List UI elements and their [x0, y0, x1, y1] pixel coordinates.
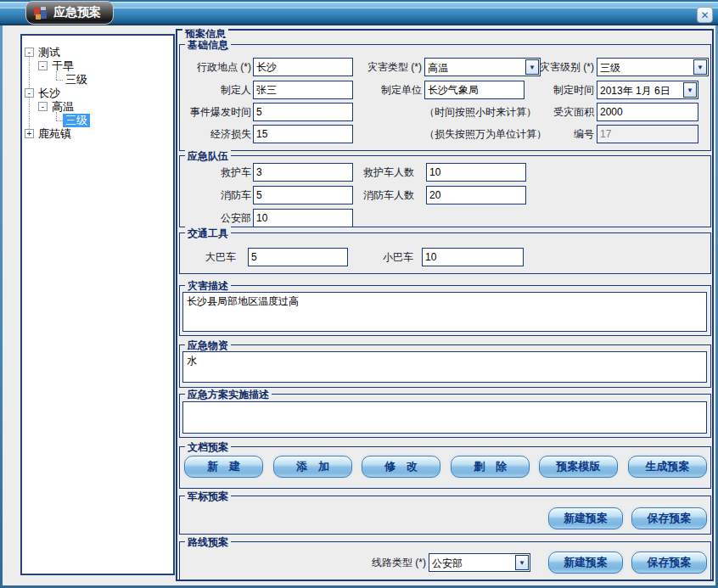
firetruck-staff-input[interactable] — [426, 186, 526, 204]
window-title-tab: 应急预案 — [25, 1, 114, 25]
delete-button[interactable]: 删 除 — [451, 456, 530, 478]
date-label: 制定时间 — [509, 83, 594, 98]
basic-info-group-label: 基础信息 — [185, 38, 231, 53]
team-group-label: 应急队伍 — [185, 149, 231, 164]
window-content: - 测试 - 干旱 三级 - 长沙 - 高温 三级 + 鹿苑镇 预案信息 基础信… — [3, 25, 715, 585]
route-type-select[interactable]: 公安部 ▼ — [429, 553, 530, 572]
loss-label: 经济损失 — [166, 127, 251, 142]
ambulance-label: 救护车 — [166, 165, 251, 180]
military-plan-group-label: 军标预案 — [185, 490, 231, 504]
chevron-down-icon[interactable]: ▼ — [693, 59, 707, 75]
ambulance-staff-label: 救护车人数 — [329, 165, 414, 180]
outbreak-time-label: 事件爆发时间 — [154, 105, 251, 120]
route-save-plan-button[interactable]: 保存预案 — [631, 552, 707, 574]
modify-button[interactable]: 修 改 — [362, 456, 440, 478]
big-bus-label: 大巴车 — [151, 250, 236, 265]
unit-label: 制定单位 — [337, 83, 422, 98]
police-input[interactable] — [253, 209, 353, 227]
close-icon[interactable]: ✕ — [697, 7, 713, 23]
transport-group-label: 交通工具 — [185, 227, 231, 241]
area-input[interactable] — [597, 103, 698, 121]
firetruck-staff-label: 消防车人数 — [329, 188, 414, 203]
outbreak-time-input[interactable] — [253, 103, 353, 121]
title-bar: 应急预案 ✕ — [0, 0, 718, 25]
app-window: 应急预案 ✕ - 测试 - 干旱 三级 - 长沙 - 高温 三级 + 鹿苑镇 — [0, 0, 718, 588]
impl-desc-group-label: 应急方案实施描述 — [185, 388, 272, 402]
tree-item[interactable]: 干旱 — [49, 59, 76, 73]
route-type-label: 线路类型 (*) — [341, 556, 426, 570]
small-bus-input[interactable] — [422, 248, 524, 266]
tree-expander-collapse-icon[interactable]: - — [25, 48, 34, 57]
window-title: 应急预案 — [53, 5, 101, 20]
area-label: 受灾面积 — [509, 105, 594, 120]
firetruck-label: 消防车 — [166, 188, 251, 203]
tree-item[interactable]: 测试 — [36, 46, 63, 59]
route-type-value: 公安部 — [429, 554, 514, 571]
disaster-desc-textarea[interactable]: 长沙县局部地区温度过高 — [182, 292, 707, 332]
disaster-level-select[interactable]: 三级 ▼ — [597, 58, 709, 76]
add-button[interactable]: 添 加 — [273, 456, 352, 478]
disaster-level-value: 三级 — [597, 59, 693, 76]
tree-connector — [56, 120, 63, 121]
location-label: 行政地点 (*) — [166, 60, 251, 75]
tree-expander-collapse-icon[interactable]: - — [25, 88, 34, 98]
tree-expander-collapse-icon[interactable]: - — [38, 61, 48, 70]
police-label: 公安部 — [166, 211, 251, 226]
military-new-plan-button[interactable]: 新建预案 — [548, 507, 623, 529]
plan-tree-panel: - 测试 - 干旱 三级 - 长沙 - 高温 三级 + 鹿苑镇 — [20, 34, 175, 575]
tree-item[interactable]: 高温 — [49, 100, 76, 114]
loss-input[interactable] — [253, 125, 353, 143]
tree-item-selected[interactable]: 三级 — [63, 114, 90, 127]
route-new-plan-button[interactable]: 新建预案 — [548, 552, 623, 574]
tree-connector — [56, 80, 63, 81]
number-input — [597, 125, 698, 143]
impl-desc-textarea[interactable] — [182, 401, 707, 434]
tree-item[interactable]: 长沙 — [36, 87, 63, 100]
date-picker[interactable]: 2013年 1月 6日 ▼ — [597, 81, 698, 99]
app-icon — [34, 7, 48, 20]
tree-item[interactable]: 三级 — [63, 73, 90, 87]
route-plan-group-label: 路线预案 — [185, 535, 231, 550]
generate-plan-button[interactable]: 生成预案 — [628, 456, 707, 478]
new-button[interactable]: 新 建 — [184, 456, 263, 478]
number-label: 编号 — [509, 127, 594, 142]
ambulance-staff-input[interactable] — [426, 163, 526, 182]
plan-template-button[interactable]: 预案模版 — [539, 456, 618, 478]
disaster-level-label: 灾害级别 (*) — [509, 60, 594, 75]
tree-item[interactable]: 鹿苑镇 — [36, 127, 74, 141]
disaster-type-label: 灾害类型 (*) — [337, 60, 422, 75]
doc-plan-group-label: 文档预案 — [185, 440, 231, 455]
military-save-plan-button[interactable]: 保存预案 — [631, 507, 707, 529]
tree-expander-expand-icon[interactable]: + — [25, 129, 34, 138]
small-bus-label: 小巴车 — [328, 250, 413, 265]
creator-label: 制定人 — [166, 83, 251, 98]
supplies-textarea[interactable]: 水 — [182, 351, 707, 383]
tree-expander-collapse-icon[interactable]: - — [38, 102, 48, 111]
date-value: 2013年 1月 6日 — [597, 81, 682, 98]
chevron-down-icon[interactable]: ▼ — [683, 82, 697, 98]
chevron-down-icon[interactable]: ▼ — [515, 555, 529, 570]
